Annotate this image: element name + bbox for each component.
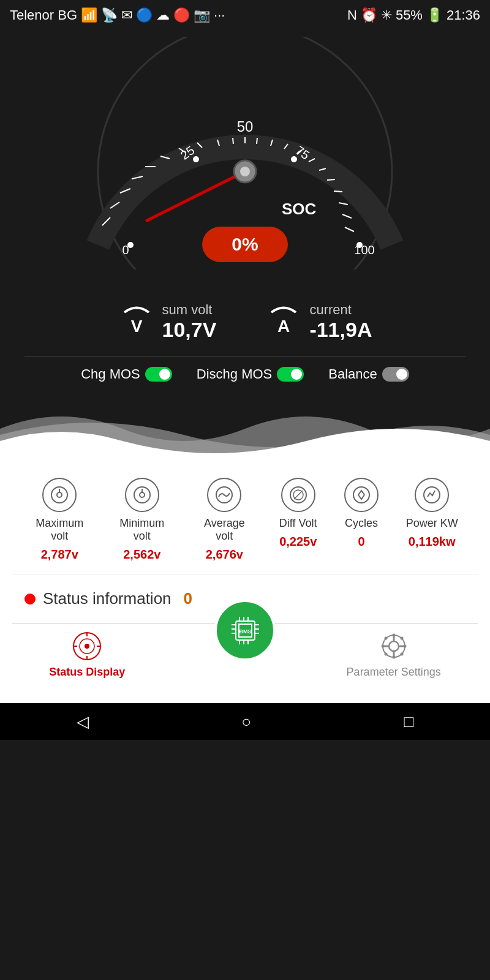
recent-button[interactable]: □ <box>404 712 414 731</box>
svg-text:A: A <box>277 317 290 336</box>
power-kw-value: 0,119kw <box>409 535 456 549</box>
diff-volt-icon <box>281 478 315 512</box>
min-volt-icon <box>125 478 159 512</box>
voltage-label: sum volt <box>162 302 217 318</box>
bms-circle[interactable]: BMS <box>214 600 276 661</box>
svg-point-68 <box>400 653 403 656</box>
svg-point-62 <box>392 656 395 659</box>
chg-mos-toggle[interactable] <box>145 367 172 382</box>
gauge-svg: 50 25 75 0 100 SOC 0% <box>61 37 429 270</box>
voltage-current-row: V sum volt 10,7V A current -11,9A <box>0 270 490 356</box>
instagram-icon: 📷 <box>194 7 210 23</box>
dischg-mos-item: Dischg MOS <box>197 366 304 382</box>
svg-point-45 <box>140 492 145 497</box>
nav-bms-center[interactable]: BMS <box>214 600 276 661</box>
bluetooth-icon: ✳ <box>381 7 392 23</box>
parameter-settings-icon <box>378 630 410 662</box>
svg-point-29 <box>193 156 199 162</box>
voltage-value: 10,7V <box>162 318 217 342</box>
svg-point-64 <box>403 645 406 648</box>
voltage-item: V sum volt 10,7V <box>118 300 217 344</box>
svg-point-63 <box>381 645 384 648</box>
alarm-icon: ⏰ <box>361 7 377 23</box>
bms-chip-icon: BMS <box>228 614 262 647</box>
nav-parameter-settings[interactable]: Parameter Settings <box>347 630 441 679</box>
nfc-icon: N <box>347 7 357 23</box>
svg-point-35 <box>240 167 250 176</box>
status-bar: Telenor BG 📶 📡 ✉ 🔵 ☁ 🔴 📷 ··· N ⏰ ✳ 55% 🔋… <box>0 0 490 31</box>
cycles-label: Cycles <box>345 517 378 530</box>
carrier-label: Telenor BG <box>10 7 77 23</box>
status-bar-right: N ⏰ ✳ 55% 🔋 21:36 <box>347 7 480 23</box>
svg-line-20 <box>339 203 348 205</box>
svg-line-19 <box>334 191 342 192</box>
voltage-icon: V <box>118 300 155 344</box>
battery-label: 55% <box>396 7 423 23</box>
mos-row: Chg MOS Dischg MOS Balance <box>0 356 490 392</box>
min-volt-label: Minimum volt <box>115 517 170 543</box>
max-volt-value: 2,787v <box>41 548 78 562</box>
metric-power-kw: Power KW 0,119kw <box>406 478 458 549</box>
vpn-icon: 🔵 <box>136 7 153 23</box>
signal-icon: 📶 <box>81 7 97 23</box>
metric-max-volt: Maximum volt 2,787v <box>32 478 87 562</box>
svg-point-54 <box>85 644 89 649</box>
diff-volt-value: 0,225v <box>279 535 317 549</box>
home-button[interactable]: ○ <box>241 712 251 731</box>
back-button[interactable]: ◁ <box>77 712 89 731</box>
mail-icon: ✉ <box>121 7 132 23</box>
svg-point-30 <box>356 242 363 248</box>
bottom-nav: Status Display Parameter Settings <box>12 624 478 691</box>
nav-status-display[interactable]: Status Display <box>49 630 125 679</box>
white-section: Maximum volt 2,787v Minimum volt 2,562v <box>0 453 490 703</box>
status-display-icon <box>71 630 103 662</box>
balance-toggle[interactable] <box>382 367 409 382</box>
svg-point-67 <box>384 653 387 656</box>
cycles-icon <box>344 478 379 512</box>
status-bar-left: Telenor BG 📶 📡 ✉ 🔵 ☁ 🔴 📷 ··· <box>10 7 225 23</box>
battery-icon: 🔋 <box>426 7 443 23</box>
metric-avg-volt: Average volt 2,676v <box>197 478 252 562</box>
avg-volt-icon <box>207 478 241 512</box>
red-dot-icon <box>24 594 36 605</box>
gauge-container: 50 25 75 0 100 SOC 0% <box>61 37 429 270</box>
max-volt-icon <box>42 478 77 512</box>
svg-line-18 <box>327 179 335 180</box>
metric-diff-volt: Diff Volt 0,225v <box>279 478 317 549</box>
svg-line-22 <box>345 227 354 232</box>
svg-line-49 <box>294 491 303 499</box>
status-info-count: 0 <box>184 589 192 608</box>
metrics-row: Maximum volt 2,787v Minimum volt 2,562v <box>12 466 478 575</box>
svg-line-21 <box>342 214 352 218</box>
metric-min-volt: Minimum volt 2,562v <box>115 478 170 562</box>
svg-line-10 <box>233 138 233 144</box>
parameter-settings-label: Parameter Settings <box>347 666 441 679</box>
dischg-mos-toggle[interactable] <box>277 367 304 382</box>
wifi-icon: 📡 <box>101 7 118 23</box>
balance-label: Balance <box>328 366 377 382</box>
dischg-mos-label: Dischg MOS <box>197 366 272 382</box>
avg-volt-value: 2,676v <box>206 548 243 562</box>
app-icon1: 🔴 <box>173 7 190 23</box>
metric-cycles: Cycles 0 <box>344 478 379 549</box>
svg-point-28 <box>127 242 134 248</box>
more-icon: ··· <box>214 7 225 23</box>
svg-text:0%: 0% <box>232 234 258 254</box>
time-label: 21:36 <box>447 7 480 23</box>
svg-text:BMS: BMS <box>239 628 251 635</box>
avg-volt-label: Average volt <box>197 517 252 543</box>
svg-point-31 <box>291 156 297 162</box>
balance-item: Balance <box>328 366 409 382</box>
current-label: current <box>309 302 372 318</box>
status-info-label: Status information <box>43 589 172 608</box>
power-kw-icon <box>415 478 449 512</box>
svg-text:SOC: SOC <box>282 200 317 218</box>
chg-mos-item: Chg MOS <box>81 366 172 382</box>
cycles-value: 0 <box>358 535 365 549</box>
svg-point-50 <box>353 487 369 503</box>
svg-point-61 <box>392 634 395 637</box>
current-item: A current -11,9A <box>265 300 372 344</box>
max-volt-label: Maximum volt <box>32 517 87 543</box>
min-volt-value: 2,562v <box>123 548 160 562</box>
svg-point-42 <box>57 492 62 497</box>
